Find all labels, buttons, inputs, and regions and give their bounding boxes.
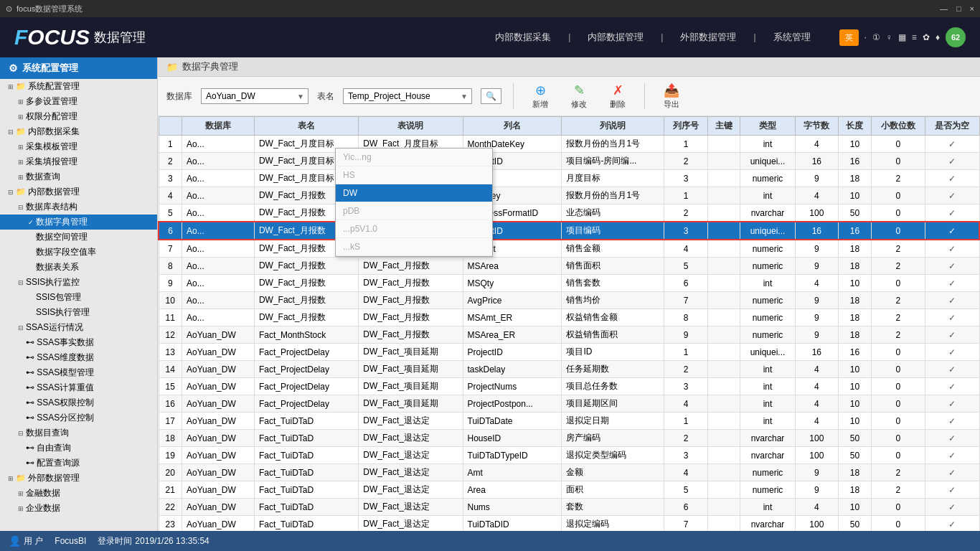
- table-row[interactable]: 13AoYuan_DWFact_ProjectDelayDW_Fact_项目延期…: [159, 344, 979, 361]
- table-row[interactable]: 19AoYuan_DWFact_TuiDTaDDW_Fact_退达定TuiDTa…: [159, 447, 979, 464]
- sidebar-item-ssis-pkg[interactable]: SSIS包管理: [0, 290, 157, 305]
- sidebar-item-multiparams[interactable]: ⊞ 多参设置管理: [0, 94, 157, 109]
- dropdown-item[interactable]: ...p5V1.0: [336, 220, 492, 238]
- table-row[interactable]: 7Ao...DW_Fact_月报数DW_Fact_月报数MSAmt销售金额4nu…: [159, 240, 979, 258]
- sidebar-item-finance[interactable]: ⊞ 金融数据: [0, 486, 157, 501]
- sidebar-item-enterprise[interactable]: ⊞ 企业数据: [0, 501, 157, 516]
- sidebar-item-ssis-exec[interactable]: SSIS执行管理: [0, 305, 157, 320]
- sidebar-item-ssis-monitor[interactable]: ⊟ SSIS执行监控: [0, 275, 157, 290]
- sidebar-item-ssas-calc[interactable]: ⊷ SSAS计算重值: [0, 380, 157, 395]
- search-button[interactable]: 🔍: [481, 88, 501, 104]
- table-cell: 4: [795, 187, 838, 204]
- table-row[interactable]: 1Ao...DW_Fact_月度目标DW_Fact_月度目标MonthDateK…: [159, 136, 979, 153]
- sidebar-item-ssas-partition[interactable]: ⊷ SSAS分区控制: [0, 410, 157, 425]
- sidebar-item-internal-mgr[interactable]: ⊟ 📁 内部数据管理: [0, 184, 157, 199]
- table-cell: 4: [795, 395, 838, 413]
- sidebar-item-internal-collect[interactable]: ⊟ 📁 内部数据采集: [0, 124, 157, 139]
- sidebar-item-ssas-status[interactable]: ⊟ SSAS运行情况: [0, 320, 157, 335]
- table-row[interactable]: 22AoYuan_DWFact_TuiDTaDDW_Fact_退达定Nums套数…: [159, 499, 979, 516]
- app-icon: ⊙: [6, 4, 12, 14]
- table-cell: ✓: [925, 170, 979, 187]
- table-row[interactable]: 14AoYuan_DWFact_ProjectDelayDW_Fact_项目延期…: [159, 361, 979, 378]
- sidebar-item-table-relations[interactable]: 数据表关系: [0, 260, 157, 275]
- dropdown-item-selected[interactable]: DW: [336, 184, 492, 202]
- user-avatar[interactable]: 62: [946, 27, 966, 47]
- table-row[interactable]: 3Ao...DW_Fact_月度目标DW_Fact_月度目标Target月度目标…: [159, 170, 979, 187]
- sidebar-item-ssas-perm[interactable]: ⊷ SSAS权限控制: [0, 395, 157, 410]
- nav-icon-5[interactable]: ≡: [912, 32, 917, 42]
- export-button[interactable]: 📤 导出: [656, 81, 687, 111]
- sidebar-item-free-query[interactable]: ⊷ 自由查询: [0, 441, 157, 456]
- table-cell: 4: [664, 240, 707, 258]
- sidebar-item-ssas-fact[interactable]: ⊷ SSAS事实数据: [0, 335, 157, 350]
- table-select[interactable]: Temp_Project_House: [343, 88, 472, 104]
- sidebar-item-config-query-src[interactable]: ⊷ 配置查询源: [0, 456, 157, 471]
- dropdown-item[interactable]: Yic...ng: [336, 149, 492, 166]
- table-row[interactable]: 21AoYuan_DWFact_TuiDTaDDW_Fact_退达定Area面积…: [159, 481, 979, 499]
- table-cell: taskDelay: [463, 361, 562, 378]
- delete-button[interactable]: ✗ 删除: [603, 81, 633, 111]
- table-cell: AoYuan_DW: [182, 481, 255, 499]
- table-row[interactable]: 9Ao...DW_Fact_月报数DW_Fact_月报数MSQty销售套数6in…: [159, 275, 979, 292]
- table-cell: 15: [159, 378, 182, 395]
- sidebar-item-external-mgr[interactable]: ⊞ 📁 外部数据管理: [0, 471, 157, 486]
- nav-icon-6[interactable]: ✿: [923, 32, 930, 42]
- nav-external-manage[interactable]: 外部数据管理: [680, 31, 736, 44]
- table-row[interactable]: 6Ao...DW_Fact_月报数DW_Fact_月报数ProjectID项目编…: [159, 222, 979, 240]
- edit-button[interactable]: ✎ 修改: [564, 81, 594, 111]
- nav-icon-4[interactable]: ▦: [898, 32, 906, 42]
- sidebar-item-data-query[interactable]: ⊞ 数据查询: [0, 169, 157, 184]
- maximize-btn[interactable]: □: [956, 4, 961, 13]
- lang-btn[interactable]: 英: [839, 29, 859, 46]
- sidebar-item-ssas-dim[interactable]: ⊷ SSAS维度数据: [0, 350, 157, 365]
- db-dropdown[interactable]: Yic...ng HS DW pDB ...p5V1.0 ...kS: [335, 148, 493, 257]
- table-cell: 9: [795, 170, 838, 187]
- table-row[interactable]: 15AoYuan_DWFact_ProjectDelayDW_Fact_项目延期…: [159, 378, 979, 395]
- expand-icon: ⊞: [16, 113, 26, 121]
- dropdown-item[interactable]: HS: [336, 166, 492, 184]
- table-row[interactable]: 2Ao...DW_Fact_月度目标DW_Fact_月度目标ProjectID项…: [159, 153, 979, 170]
- dropdown-item[interactable]: pDB: [336, 202, 492, 220]
- table-row[interactable]: 17AoYuan_DWFact_TuiDTaDDW_Fact_退达定TuiDTa…: [159, 413, 979, 430]
- table-row[interactable]: 8Ao...DW_Fact_月报数DW_Fact_月报数MSArea销售面积5n…: [159, 258, 979, 275]
- table-row[interactable]: 23AoYuan_DWFact_TuiDTaDDW_Fact_退达定TuiDTa…: [159, 516, 979, 532]
- sidebar-item-template-mgr[interactable]: ⊞ 采集模板管理: [0, 139, 157, 154]
- table-row[interactable]: 16AoYuan_DWFact_ProjectDelayDW_Fact_项目延期…: [159, 395, 979, 413]
- table-row[interactable]: 11Ao...DW_Fact_月报数DW_Fact_月报数MSAmt_ER权益销…: [159, 309, 979, 326]
- db-select[interactable]: AoYuan_DW: [201, 88, 308, 104]
- table-cell: 9: [795, 464, 838, 481]
- sidebar-item-report-mgr[interactable]: ⊞ 采集填报管理: [0, 154, 157, 169]
- sidebar-item-sysconfmgr[interactable]: ⊞ 📁 系统配置管理: [0, 79, 157, 94]
- nav-internal-manage[interactable]: 内部数据管理: [588, 31, 644, 44]
- table-row[interactable]: 12AoYuan_DWFact_MonthStockDW_Fact_月报数MSA…: [159, 326, 979, 344]
- col-colname: 列名: [463, 117, 562, 136]
- table-row[interactable]: 5Ao...DW_Fact_月报数DW_Fact_月报数BusinessForm…: [159, 204, 979, 222]
- table-cell: Fact_ProjectDelay: [254, 361, 358, 378]
- minimize-btn[interactable]: —: [940, 4, 948, 13]
- sidebar-item-field-null-rate[interactable]: 数据字段空值率: [0, 245, 157, 260]
- table-cell: 10: [839, 413, 872, 430]
- nav-internal-collect[interactable]: 内部数据采集: [495, 31, 551, 44]
- close-btn[interactable]: ×: [970, 4, 974, 13]
- sidebar-item-permissions[interactable]: ⊞ 权限分配管理: [0, 109, 157, 124]
- nav-icon-1[interactable]: ·: [864, 32, 867, 42]
- table-row[interactable]: 4Ao...DW_Fact_月报数DW_Fact_月报数DateKey报数月份的…: [159, 187, 979, 204]
- dropdown-item[interactable]: ...kS: [336, 238, 492, 256]
- sidebar-item-ssas-model[interactable]: ⊷ SSAS模型管理: [0, 365, 157, 380]
- sidebar-item-data-space[interactable]: 数据空间管理: [0, 230, 157, 245]
- sidebar-item-data-dir-query[interactable]: ⊟ 数据目查询: [0, 425, 157, 441]
- table-row[interactable]: 18AoYuan_DWFact_TuiDTaDDW_Fact_退达定HouseI…: [159, 430, 979, 447]
- nav-icon-3[interactable]: ♀: [886, 32, 892, 42]
- table-cell: [707, 222, 740, 240]
- nav-icon-7[interactable]: ♦: [936, 32, 940, 42]
- table-row[interactable]: 20AoYuan_DWFact_TuiDTaDDW_Fact_退达定Amt金额4…: [159, 464, 979, 481]
- nav-icon-2[interactable]: ①: [872, 32, 880, 42]
- add-button[interactable]: ⊕ 新增: [525, 81, 555, 111]
- table-row[interactable]: 10Ao...DW_Fact_月报数DW_Fact_月报数AvgPrice销售均…: [159, 292, 979, 309]
- table-cell: HouseID: [463, 430, 562, 447]
- sidebar-item-db-structure[interactable]: ⊟ 数据库表结构: [0, 199, 157, 215]
- sidebar-item-data-dict[interactable]: ✓ 数据字典管理: [0, 215, 157, 230]
- table-cell: [707, 153, 740, 170]
- nav-system-manage[interactable]: 系统管理: [773, 31, 811, 44]
- status-bar: 👤 用 户 FocusBI 登录时间 2019/1/26 13:35:54: [0, 531, 980, 551]
